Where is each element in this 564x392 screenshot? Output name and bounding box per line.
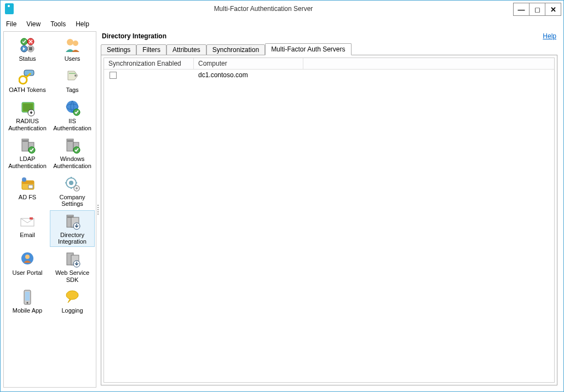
grid-row[interactable]: dc1.contoso.com bbox=[104, 70, 554, 81]
sync-checkbox[interactable] bbox=[110, 72, 117, 79]
svg-point-9 bbox=[74, 74, 77, 77]
nav-label: Email bbox=[20, 232, 35, 239]
nav-label: LDAP Authentication bbox=[7, 155, 48, 169]
page-title: Directory Integration bbox=[102, 32, 166, 40]
svg-point-29 bbox=[69, 181, 73, 185]
svg-rect-21 bbox=[67, 140, 73, 142]
iis-icon bbox=[64, 99, 81, 117]
nav-status[interactable]: Status bbox=[5, 34, 50, 64]
nav-label: Users bbox=[65, 55, 80, 62]
column-blank bbox=[303, 58, 554, 69]
nav-web-service-sdk[interactable]: Web Service SDK bbox=[50, 248, 95, 285]
svg-rect-4 bbox=[29, 47, 32, 50]
nav-users[interactable]: Users bbox=[50, 34, 95, 64]
tab-filters[interactable]: Filters bbox=[136, 44, 166, 55]
oath-tokens-icon bbox=[19, 68, 36, 85]
tags-icon bbox=[64, 68, 81, 85]
status-icon bbox=[19, 37, 36, 54]
sidebar: Status Users OATH Tokens Tags RADIUS Aut… bbox=[3, 31, 96, 388]
nav-label: Web Service SDK bbox=[51, 269, 93, 283]
tab-synchronization[interactable]: Synchronization bbox=[206, 44, 265, 55]
nav-label: Directory Integration bbox=[51, 232, 93, 245]
directory-integration-icon bbox=[64, 213, 81, 230]
adfs-icon bbox=[19, 175, 36, 193]
servers-grid: Synchronization Enabled Computer dc1.con… bbox=[103, 57, 555, 383]
tab-attributes[interactable]: Attributes bbox=[166, 44, 206, 55]
svg-point-6 bbox=[73, 41, 78, 46]
nav-adfs[interactable]: AD FS bbox=[5, 172, 50, 209]
menu-view[interactable]: View bbox=[26, 20, 41, 28]
close-button[interactable]: ✕ bbox=[545, 3, 561, 16]
tab-settings[interactable]: Settings bbox=[101, 44, 136, 55]
nav-label: Status bbox=[19, 55, 36, 62]
nav-label: AD FS bbox=[19, 194, 36, 201]
nav-windows-auth[interactable]: Windows Authentication bbox=[50, 134, 95, 171]
window-controls: — ◻ ✕ bbox=[513, 2, 563, 16]
nav-radius-auth[interactable]: RADIUS Authentication bbox=[5, 96, 50, 133]
ldap-icon bbox=[19, 137, 36, 154]
nav-iis-auth[interactable]: IIS Authentication bbox=[50, 96, 95, 133]
nav-directory-integration[interactable]: Directory Integration bbox=[50, 210, 95, 247]
nav-label: IIS Authentication bbox=[51, 118, 93, 131]
svg-point-31 bbox=[76, 187, 78, 189]
nav-tags[interactable]: Tags bbox=[50, 65, 95, 95]
radius-icon bbox=[19, 99, 36, 117]
menu-tools[interactable]: Tools bbox=[50, 20, 66, 28]
nav-oath-tokens[interactable]: OATH Tokens bbox=[5, 65, 50, 95]
windows-auth-icon bbox=[64, 137, 81, 154]
mobile-app-icon bbox=[19, 289, 36, 306]
nav-label: RADIUS Authentication bbox=[7, 118, 48, 131]
menubar: File View Tools Help bbox=[1, 17, 563, 31]
nav-company-settings[interactable]: Company Settings bbox=[50, 172, 95, 209]
nav-label: User Portal bbox=[12, 269, 42, 276]
nav-email[interactable]: Email bbox=[5, 210, 50, 247]
app-icon bbox=[5, 3, 14, 14]
tabpanel: Synchronization Enabled Computer dc1.con… bbox=[101, 55, 557, 385]
users-icon bbox=[64, 37, 81, 54]
column-computer[interactable]: Computer bbox=[194, 58, 303, 69]
menu-help[interactable]: Help bbox=[76, 20, 89, 28]
nav-user-portal[interactable]: User Portal bbox=[5, 248, 50, 285]
window-title: Multi-Factor Authentication Server bbox=[14, 5, 513, 13]
nav-logging[interactable]: Logging bbox=[50, 286, 95, 316]
logging-icon bbox=[64, 289, 81, 306]
svg-point-46 bbox=[66, 291, 78, 299]
svg-point-5 bbox=[67, 39, 73, 45]
nav-label: OATH Tokens bbox=[9, 87, 45, 94]
titlebar: Multi-Factor Authentication Server — ◻ ✕ bbox=[1, 1, 563, 17]
svg-rect-17 bbox=[22, 140, 28, 142]
nav-label: Tags bbox=[66, 87, 78, 94]
nav-ldap-auth[interactable]: LDAP Authentication bbox=[5, 134, 50, 171]
tabstrip: Settings Filters Attributes Synchronizat… bbox=[101, 43, 557, 55]
svg-point-26 bbox=[22, 177, 26, 182]
tab-mfa-servers[interactable]: Multi-Factor Auth Servers bbox=[265, 43, 351, 55]
nav-label: Logging bbox=[61, 307, 83, 314]
svg-rect-27 bbox=[28, 185, 33, 188]
nav-label: Mobile App bbox=[13, 307, 42, 314]
svg-rect-44 bbox=[25, 292, 30, 301]
nav-mobile-app[interactable]: Mobile App bbox=[5, 286, 50, 316]
svg-point-45 bbox=[27, 302, 28, 304]
email-icon bbox=[19, 213, 36, 230]
column-sync-enabled[interactable]: Synchronization Enabled bbox=[104, 58, 194, 69]
computer-cell: dc1.contoso.com bbox=[194, 70, 303, 80]
nav-label: Windows Authentication bbox=[51, 155, 93, 169]
company-settings-icon bbox=[64, 175, 81, 193]
svg-rect-33 bbox=[30, 217, 33, 220]
minimize-button[interactable]: — bbox=[513, 3, 530, 16]
help-link[interactable]: Help bbox=[543, 32, 556, 40]
user-portal-icon bbox=[19, 251, 36, 268]
web-service-sdk-icon bbox=[64, 251, 81, 268]
nav-label: Company Settings bbox=[51, 194, 93, 207]
svg-point-39 bbox=[25, 255, 30, 259]
maximize-button[interactable]: ◻ bbox=[529, 3, 545, 16]
menu-file[interactable]: File bbox=[6, 20, 16, 28]
